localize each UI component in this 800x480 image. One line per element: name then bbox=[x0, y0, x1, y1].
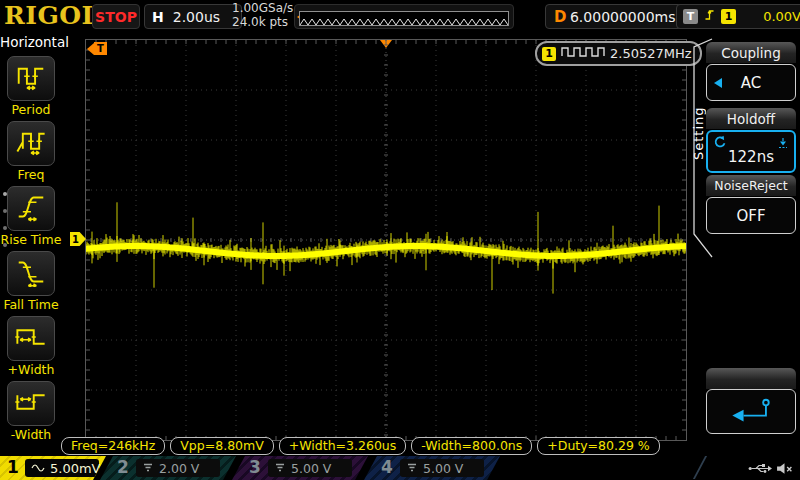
pretrigger-marker-label: T bbox=[94, 42, 107, 55]
trigger-source-badge: 1 bbox=[721, 9, 736, 24]
graticule: T 1 2.50527MHz 1 bbox=[85, 39, 687, 441]
channel2-scale: 2.00 V bbox=[159, 461, 199, 476]
trigger-label: T bbox=[683, 9, 698, 24]
holdoff-header: Holdoff bbox=[706, 108, 796, 129]
speaker-muted-icon bbox=[776, 460, 793, 479]
channel-bar: 1 5.00mV 2 2.00 V bbox=[0, 455, 800, 480]
measurement-neg-width: -Width=800.0ns bbox=[411, 437, 532, 455]
timebase-readout[interactable]: H 2.00us bbox=[144, 4, 242, 29]
menu-item-rise-time[interactable]: Rise Time bbox=[0, 186, 62, 247]
noisereject-header: NoiseReject bbox=[706, 175, 796, 196]
sample-rate: 1.00GSa/s bbox=[232, 1, 293, 15]
freq-measure-icon bbox=[14, 127, 48, 161]
menu-scroll-dot bbox=[3, 192, 7, 196]
knob-rotate-icon bbox=[713, 135, 727, 153]
channel1-tab[interactable]: 1 5.00mV bbox=[0, 456, 106, 480]
fall-time-measure-icon bbox=[14, 257, 48, 291]
measurement-vpp: Vpp=8.80mV bbox=[170, 437, 273, 455]
waveform-preview-strip[interactable] bbox=[294, 4, 514, 29]
counter-source-badge: 1 bbox=[542, 47, 556, 61]
edge-trigger-icon bbox=[704, 7, 715, 26]
menu-item-label: +Width bbox=[0, 362, 62, 377]
menu-item-freq[interactable]: Freq bbox=[0, 121, 62, 182]
channel1-level-marker[interactable]: 1 bbox=[70, 232, 86, 246]
channel3-number: 3 bbox=[249, 457, 261, 477]
menu-item-label: Period bbox=[0, 102, 62, 117]
preview-wave-icon bbox=[300, 16, 508, 27]
run-state-badge: STOP bbox=[92, 4, 140, 29]
menu-scroll-dot bbox=[3, 226, 7, 230]
measurement-bar: Freq=246kHz Vpp=8.80mV +Width=3.260us -W… bbox=[61, 437, 660, 455]
timebase-label: H bbox=[152, 9, 164, 25]
channel4-number: 4 bbox=[381, 457, 393, 477]
period-button[interactable] bbox=[7, 56, 55, 101]
counter-value: 2.50527MHz bbox=[610, 46, 692, 61]
noisereject-value: OFF bbox=[736, 207, 765, 225]
usb-icon bbox=[748, 460, 772, 479]
menu-item-label: -Width bbox=[0, 427, 62, 442]
timebase-value: 2.00us bbox=[173, 9, 220, 25]
pos-width-button[interactable] bbox=[7, 316, 55, 361]
channel2-number: 2 bbox=[117, 457, 129, 477]
noisereject-button[interactable]: OFF bbox=[706, 197, 796, 234]
ground-coupling-icon bbox=[274, 461, 286, 476]
return-icon bbox=[722, 396, 780, 428]
channel3-scale: 5.00 V bbox=[291, 461, 331, 476]
ground-coupling-icon bbox=[142, 461, 154, 476]
trigger-level-value: 0.00V bbox=[763, 9, 800, 24]
coupling-header: Coupling bbox=[706, 42, 796, 63]
channel4-scale: 5.00 V bbox=[423, 461, 463, 476]
left-menu-title: Horizontal bbox=[0, 34, 62, 50]
menu-item-fall-time[interactable]: Fall Time bbox=[0, 251, 62, 312]
delay-label: D bbox=[554, 8, 566, 26]
holdoff-value: 122ns bbox=[728, 148, 774, 166]
menu-item-pos-width[interactable]: +Width bbox=[0, 316, 62, 377]
channel1-number: 1 bbox=[7, 457, 19, 477]
pretrigger-marker[interactable]: T bbox=[87, 42, 107, 55]
menu-item-period[interactable]: Period bbox=[0, 56, 62, 117]
menu-scroll-dot bbox=[3, 243, 7, 247]
holdoff-button[interactable]: 122ns bbox=[706, 130, 796, 173]
neg-width-button[interactable] bbox=[7, 381, 55, 426]
oscilloscope-screen: RIGOL STOP H 2.00us 1.00GSa/s 24.0k pts … bbox=[0, 0, 800, 480]
channel2-scale-box: 2.00 V bbox=[136, 459, 220, 477]
measurement-freq: Freq=246kHz bbox=[61, 437, 165, 455]
graticule-center-axes bbox=[86, 40, 686, 440]
return-header bbox=[706, 368, 796, 389]
acquisition-readout: 1.00GSa/s 24.0k pts bbox=[232, 1, 293, 29]
freq-button[interactable] bbox=[7, 121, 55, 166]
channel4-scale-box: 5.00 V bbox=[400, 459, 484, 477]
menu-item-label: Freq bbox=[0, 167, 62, 182]
rise-time-button[interactable] bbox=[7, 186, 55, 231]
measurement-pos-duty: +Duty=80.29 % bbox=[537, 437, 659, 455]
coupling-toggle-icon bbox=[714, 78, 722, 88]
coupling-button[interactable]: AC bbox=[706, 64, 796, 101]
neg-width-measure-icon bbox=[14, 387, 48, 421]
channel3-scale-box: 5.00 V bbox=[268, 459, 352, 477]
pos-width-measure-icon bbox=[14, 322, 48, 356]
ac-coupling-icon bbox=[31, 461, 45, 476]
return-button[interactable] bbox=[706, 389, 796, 434]
square-wave-icon bbox=[561, 44, 605, 63]
preview-zigzag bbox=[300, 19, 508, 25]
menu-scroll-dot bbox=[3, 209, 7, 213]
menu-item-label: Rise Time bbox=[0, 232, 62, 247]
delay-value: 6.00000000ms bbox=[566, 9, 679, 25]
channel1-scale-box: 5.00mV bbox=[25, 459, 99, 477]
channel1-scale: 5.00mV bbox=[50, 461, 101, 476]
period-measure-icon bbox=[14, 62, 48, 96]
coupling-value: AC bbox=[741, 74, 761, 92]
channel4-tab[interactable]: 4 5.00 V bbox=[364, 456, 500, 480]
measurement-pos-width: +Width=3.260us bbox=[279, 437, 406, 455]
frequency-counter-badge: 1 2.50527MHz bbox=[535, 41, 702, 66]
delay-readout[interactable]: D 6.00000000ms bbox=[545, 4, 688, 29]
left-arrow-icon bbox=[87, 43, 94, 55]
fall-time-button[interactable] bbox=[7, 251, 55, 296]
trigger-readout[interactable]: T 1 0.00V bbox=[676, 4, 800, 29]
knob-select-icon bbox=[777, 135, 789, 153]
menu-item-neg-width[interactable]: -Width bbox=[0, 381, 62, 442]
menu-item-label: Fall Time bbox=[0, 297, 62, 312]
channel2-tab[interactable]: 2 2.00 V bbox=[100, 456, 236, 480]
memory-depth: 24.0k pts bbox=[232, 15, 293, 29]
channel3-tab[interactable]: 3 5.00 V bbox=[232, 456, 368, 480]
